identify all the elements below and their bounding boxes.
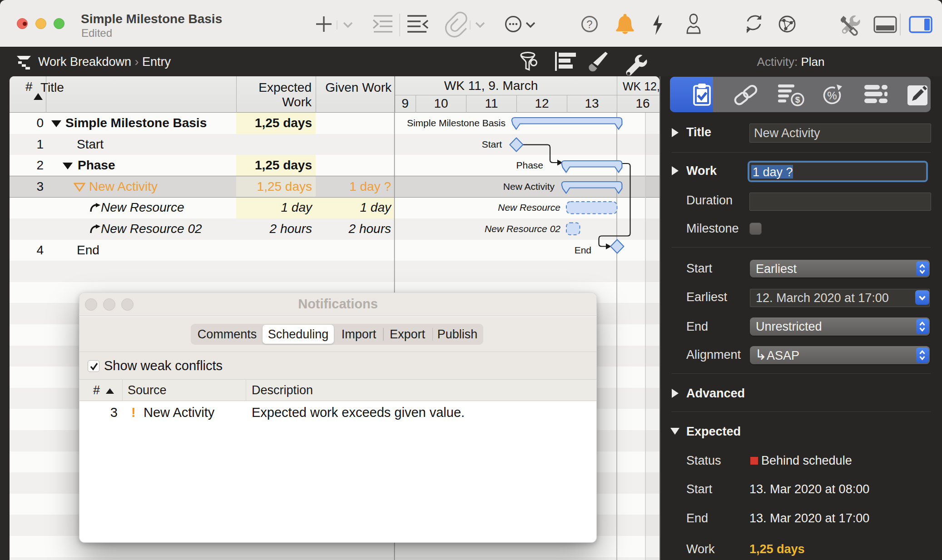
svg-text:$: $ bbox=[795, 95, 800, 104]
svg-text:%: % bbox=[827, 89, 837, 102]
svg-text:?: ? bbox=[586, 18, 592, 30]
